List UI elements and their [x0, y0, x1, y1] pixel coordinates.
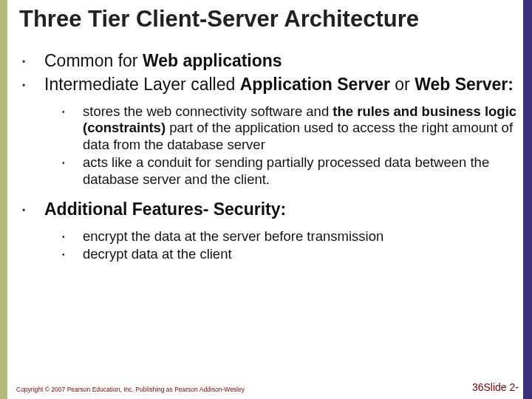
main-bullet-list: • Additional Features- Security:	[15, 199, 519, 219]
text-fragment: Common for	[44, 51, 143, 70]
text-bold-fragment: Web applications	[143, 51, 282, 70]
sub-bullet-item: • encrypt the data at the server before …	[62, 228, 519, 245]
slide-number: 36Slide 2-	[472, 381, 519, 393]
text-bold-fragment: Application Server	[240, 75, 390, 94]
sub-bullet-text: decrypt data at the client	[83, 246, 232, 263]
bullet-dot-icon: •	[62, 228, 83, 241]
sub-bullet-text: encrypt the data at the server before tr…	[83, 228, 383, 245]
bullet-dot-icon: •	[62, 103, 83, 116]
slide-content: Three Tier Client-Server Architecture • …	[15, 6, 519, 399]
sub-bullet-item: • acts like a conduit for sending partia…	[62, 154, 519, 188]
sub-bullet-list: • encrypt the data at the server before …	[15, 228, 519, 263]
bullet-text: Additional Features- Security:	[44, 199, 286, 219]
bullet-item: • Intermediate Layer called Application …	[22, 74, 519, 95]
bullet-dot-icon: •	[62, 154, 83, 167]
sub-bullet-text: acts like a conduit for sending partiall…	[83, 154, 519, 188]
left-accent-stripe	[0, 0, 7, 399]
text-bold-fragment: Web Server:	[415, 75, 514, 94]
right-accent-stripe	[523, 0, 532, 399]
sub-bullet-item: • stores the web connectivity software a…	[62, 103, 519, 154]
text-fragment: stores the web connectivity software and	[83, 103, 332, 119]
bullet-item: • Common for Web applications	[22, 50, 519, 71]
sub-bullet-text: stores the web connectivity software and…	[83, 103, 519, 154]
slide-title: Three Tier Client-Server Architecture	[19, 6, 519, 33]
bullet-dot-icon: •	[22, 199, 44, 216]
bullet-text: Intermediate Layer called Application Se…	[44, 74, 514, 95]
bullet-text: Common for Web applications	[44, 50, 282, 71]
sub-bullet-item: • decrypt data at the client	[62, 246, 519, 263]
bullet-dot-icon: •	[22, 74, 44, 91]
text-fragment: Intermediate Layer called	[44, 75, 240, 94]
text-fragment: or	[390, 75, 415, 94]
sub-bullet-list: • stores the web connectivity software a…	[15, 103, 519, 188]
copyright-footer: Copyright © 2007 Pearson Education, Inc.…	[16, 386, 245, 393]
main-bullet-list: • Common for Web applications • Intermed…	[15, 50, 519, 95]
text-bold-fragment: Additional Features- Security:	[44, 200, 286, 219]
bullet-dot-icon: •	[22, 50, 44, 67]
bullet-item: • Additional Features- Security:	[22, 199, 519, 219]
bullet-dot-icon: •	[62, 246, 83, 259]
